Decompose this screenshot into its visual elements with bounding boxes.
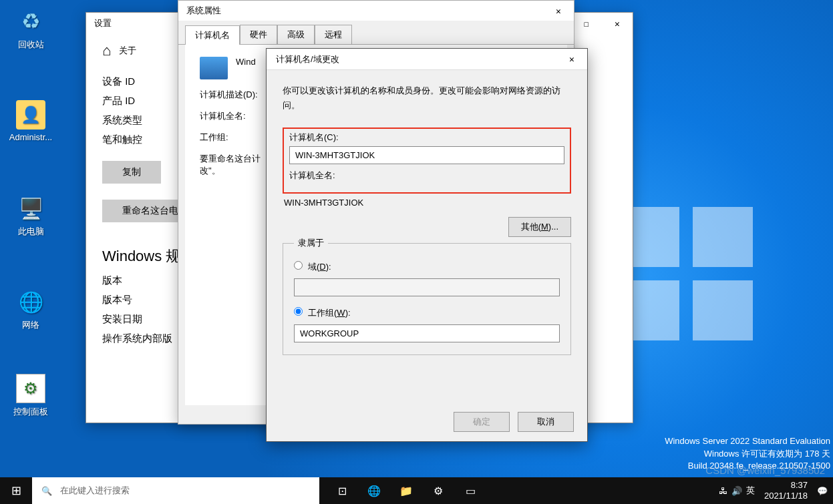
cancel-button[interactable]: 取消 bbox=[518, 412, 574, 432]
close-button[interactable]: ✕ bbox=[556, 49, 587, 70]
task-view-icon[interactable]: ⊡ bbox=[326, 477, 358, 504]
search-placeholder: 在此键入进行搜索 bbox=[60, 485, 130, 497]
clock[interactable]: 8:372021/11/18 bbox=[759, 480, 813, 501]
network-icon[interactable]: 网络 bbox=[5, 287, 56, 331]
sysprop-titlebar[interactable]: 系统属性 ✕ bbox=[178, 1, 574, 21]
edge-icon[interactable]: 🌐 bbox=[358, 477, 390, 504]
administrator-folder-icon[interactable]: Administr... bbox=[5, 100, 56, 142]
tray-sound-icon[interactable]: 🔊 bbox=[731, 486, 742, 496]
tab-hardware[interactable]: 硬件 bbox=[240, 25, 277, 44]
settings-title-text: 设置 bbox=[94, 17, 112, 29]
computer-icon bbox=[200, 57, 228, 79]
system-tray[interactable]: 🖧 🔊 英 8:372021/11/18 💬 bbox=[719, 480, 833, 501]
server-manager-icon[interactable]: ▭ bbox=[454, 477, 486, 504]
fullname-label: 计算机全名: bbox=[200, 110, 273, 122]
highlight-annotation: 计算机名(C): 计算机全名: bbox=[283, 128, 571, 194]
ime-icon[interactable]: 英 bbox=[746, 485, 755, 497]
rename-msg: 要重命名这台计改"。 bbox=[200, 153, 261, 177]
sysprop-title-text: 系统属性 bbox=[186, 5, 221, 17]
computer-name-input[interactable] bbox=[289, 146, 564, 164]
changes-description: 你可以更改该计算机的名称和成员身份。更改可能会影响对网络资源的访问。 bbox=[283, 83, 571, 113]
full-name-label: 计算机全名: bbox=[289, 170, 564, 182]
domain-radio[interactable] bbox=[294, 261, 303, 270]
tray-network-icon[interactable]: 🖧 bbox=[719, 486, 727, 496]
explorer-icon[interactable]: 📁 bbox=[390, 477, 422, 504]
changes-title-text: 计算机名/域更改 bbox=[276, 53, 339, 65]
tab-advanced[interactable]: 高级 bbox=[277, 25, 315, 44]
start-button[interactable]: ⊞ bbox=[0, 477, 32, 504]
this-pc-icon[interactable]: 此电脑 bbox=[5, 194, 56, 238]
workgroup-radio[interactable] bbox=[294, 307, 303, 316]
workgroup-input[interactable] bbox=[294, 324, 560, 342]
workgroup-radio-label[interactable]: 工作组(W): bbox=[294, 308, 351, 318]
tab-remote[interactable]: 远程 bbox=[315, 25, 352, 44]
notifications-icon[interactable]: 💬 bbox=[817, 486, 828, 496]
close-button[interactable]: ✕ bbox=[602, 13, 633, 34]
desc-label: 计算机描述(D): bbox=[200, 89, 273, 101]
member-legend: 隶属于 bbox=[294, 237, 328, 249]
ok-button[interactable]: 确定 bbox=[454, 412, 510, 432]
close-button[interactable]: ✕ bbox=[543, 0, 574, 21]
domain-input bbox=[294, 278, 560, 296]
windows-logo bbox=[619, 207, 753, 340]
tab-computer-name[interactable]: 计算机名 bbox=[185, 25, 240, 45]
control-panel-icon[interactable]: 控制面板 bbox=[5, 374, 56, 418]
settings-taskbar-icon[interactable]: ⚙ bbox=[422, 477, 454, 504]
changes-titlebar[interactable]: 计算机名/域更改 ✕ bbox=[267, 49, 587, 70]
computer-name-label: 计算机名(C): bbox=[289, 132, 564, 144]
taskbar[interactable]: ⊞ 🔍在此键入进行搜索 ⊡ 🌐 📁 ⚙ ▭ 🖧 🔊 英 8:372021/11/… bbox=[0, 477, 833, 504]
search-box[interactable]: 🔍在此键入进行搜索 bbox=[32, 477, 319, 504]
home-icon[interactable]: ⌂ bbox=[102, 42, 111, 59]
other-button[interactable]: 其他(M)... bbox=[508, 217, 571, 237]
computer-name-changes-dialog: 计算机名/域更改 ✕ 你可以更改该计算机的名称和成员身份。更改可能会影响对网络资… bbox=[266, 48, 588, 442]
maximize-button[interactable]: ☐ bbox=[571, 13, 602, 34]
intro-text: Wind bbox=[236, 57, 256, 67]
full-computer-name: WIN-3MHT3GTJIOK bbox=[284, 198, 570, 208]
watermark: CSDN @weixin_57938502 bbox=[705, 465, 825, 476]
workgroup-label: 工作组: bbox=[200, 132, 273, 144]
search-icon: 🔍 bbox=[41, 486, 52, 496]
task-icons: ⊡ 🌐 📁 ⚙ ▭ bbox=[326, 477, 486, 504]
recycle-bin-icon[interactable]: ♻回收站 bbox=[5, 7, 56, 51]
domain-radio-label[interactable]: 域(D): bbox=[294, 262, 331, 272]
member-of-fieldset: 隶属于 域(D): 工作组(W): bbox=[283, 237, 571, 355]
copy-button[interactable]: 复制 bbox=[102, 161, 161, 184]
tab-strip: 计算机名 硬件 高级 远程 bbox=[178, 21, 574, 45]
